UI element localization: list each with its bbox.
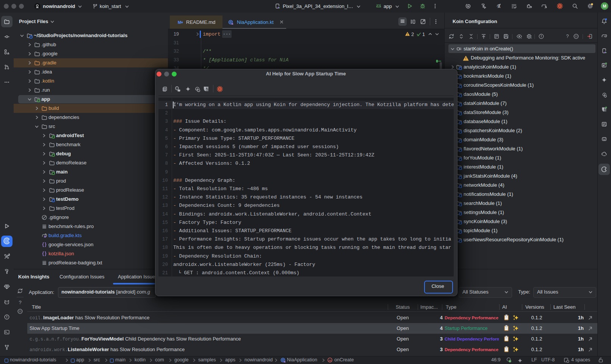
svg-text:A: A (498, 5, 500, 9)
svg-text:?: ? (566, 33, 569, 39)
svg-text:M: M (603, 4, 606, 8)
svg-text:m: m (329, 359, 331, 362)
svg-text:?: ? (19, 300, 21, 305)
svg-text:M: M (178, 20, 181, 25)
